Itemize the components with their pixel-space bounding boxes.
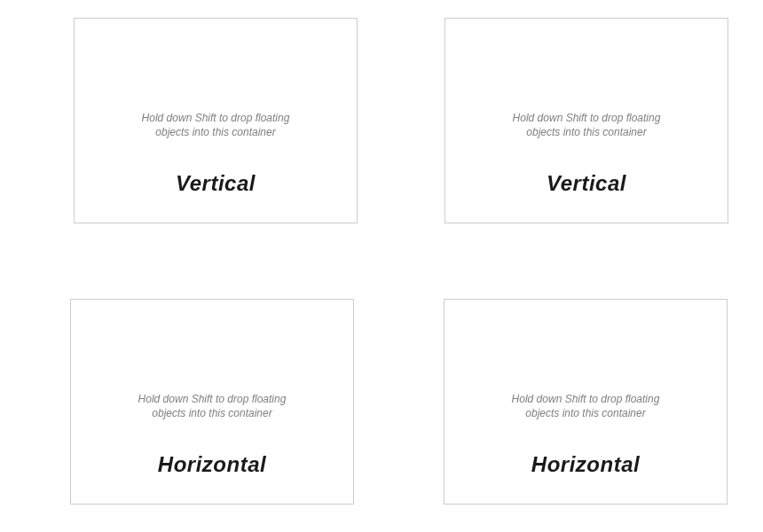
drop-container-horizontal-right[interactable]: Hold down Shift to drop floating objects…	[444, 299, 728, 505]
drop-container-horizontal-left[interactable]: Hold down Shift to drop floating objects…	[70, 299, 354, 505]
container-label: Horizontal	[531, 452, 640, 477]
container-label: Vertical	[176, 171, 256, 196]
drop-container-vertical-left[interactable]: Hold down Shift to drop floating objects…	[74, 18, 358, 223]
drop-hint-text: Hold down Shift to drop floating objects…	[123, 392, 301, 420]
container-label: Vertical	[547, 171, 626, 196]
drop-hint-text: Hold down Shift to drop floating objects…	[498, 111, 675, 139]
container-label: Horizontal	[158, 452, 266, 477]
drop-container-vertical-right[interactable]: Hold down Shift to drop floating objects…	[444, 18, 728, 223]
drop-hint-text: Hold down Shift to drop floating objects…	[127, 111, 304, 139]
drop-hint-text: Hold down Shift to drop floating objects…	[497, 392, 674, 420]
